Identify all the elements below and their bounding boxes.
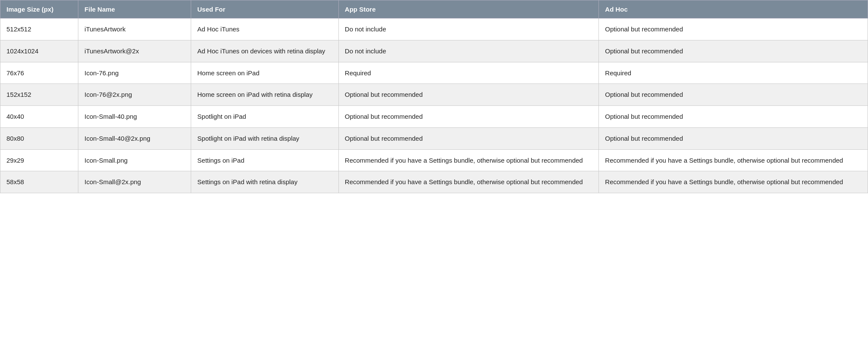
cell-file-name: Icon-Small@2x.png <box>78 171 191 193</box>
header-used-for: Used For <box>191 0 339 19</box>
cell-file-name: Icon-76.png <box>78 62 191 84</box>
cell-file-name: iTunesArtwork@2x <box>78 40 191 62</box>
table-row: 1024x1024iTunesArtwork@2xAd Hoc iTunes o… <box>0 40 868 62</box>
table-row: 152x152Icon-76@2x.pngHome screen on iPad… <box>0 84 868 106</box>
cell-file-name: Icon-Small-40.png <box>78 106 191 128</box>
cell-file-name: Icon-Small-40@2x.png <box>78 127 191 149</box>
cell-used-for: Ad Hoc iTunes <box>191 19 339 40</box>
cell-app-store: Recommended if you have a Settings bundl… <box>338 149 599 171</box>
table-row: 40x40Icon-Small-40.pngSpotlight on iPadO… <box>0 106 868 128</box>
cell-file-name: Icon-Small.png <box>78 149 191 171</box>
cell-image-size: 40x40 <box>0 106 78 128</box>
cell-app-store: Recommended if you have a Settings bundl… <box>338 171 599 193</box>
cell-app-store: Optional but recommended <box>338 106 599 128</box>
cell-ad-hoc: Optional but recommended <box>599 127 868 149</box>
cell-file-name: iTunesArtwork <box>78 19 191 40</box>
cell-ad-hoc: Optional but recommended <box>599 40 868 62</box>
cell-app-store: Do not include <box>338 19 599 40</box>
header-file-name: File Name <box>78 0 191 19</box>
table-row: 76x76Icon-76.pngHome screen on iPadRequi… <box>0 62 868 84</box>
table-row: 58x58Icon-Small@2x.pngSettings on iPad w… <box>0 171 868 193</box>
cell-app-store: Do not include <box>338 40 599 62</box>
header-image-size: Image Size (px) <box>0 0 78 19</box>
cell-ad-hoc: Recommended if you have a Settings bundl… <box>599 149 868 171</box>
cell-used-for: Settings on iPad with retina display <box>191 171 339 193</box>
cell-used-for: Ad Hoc iTunes on devices with retina dis… <box>191 40 339 62</box>
cell-app-store: Optional but recommended <box>338 127 599 149</box>
cell-used-for: Settings on iPad <box>191 149 339 171</box>
table-header-row: Image Size (px) File Name Used For App S… <box>0 0 868 19</box>
cell-app-store: Required <box>338 62 599 84</box>
cell-app-store: Optional but recommended <box>338 84 599 106</box>
cell-used-for: Home screen on iPad <box>191 62 339 84</box>
header-ad-hoc: Ad Hoc <box>599 0 868 19</box>
table-row: 80x80Icon-Small-40@2x.pngSpotlight on iP… <box>0 127 868 149</box>
cell-used-for: Spotlight on iPad <box>191 106 339 128</box>
cell-image-size: 58x58 <box>0 171 78 193</box>
table-row: 29x29Icon-Small.pngSettings on iPadRecom… <box>0 149 868 171</box>
cell-image-size: 80x80 <box>0 127 78 149</box>
cell-ad-hoc: Optional but recommended <box>599 106 868 128</box>
cell-used-for: Home screen on iPad with retina display <box>191 84 339 106</box>
table-row: 512x512iTunesArtworkAd Hoc iTunesDo not … <box>0 19 868 40</box>
cell-file-name: Icon-76@2x.png <box>78 84 191 106</box>
cell-image-size: 1024x1024 <box>0 40 78 62</box>
icon-requirements-table: Image Size (px) File Name Used For App S… <box>0 0 868 193</box>
cell-image-size: 29x29 <box>0 149 78 171</box>
cell-image-size: 512x512 <box>0 19 78 40</box>
cell-image-size: 76x76 <box>0 62 78 84</box>
cell-used-for: Spotlight on iPad with retina display <box>191 127 339 149</box>
cell-ad-hoc: Optional but recommended <box>599 84 868 106</box>
cell-ad-hoc: Optional but recommended <box>599 19 868 40</box>
cell-ad-hoc: Required <box>599 62 868 84</box>
cell-ad-hoc: Recommended if you have a Settings bundl… <box>599 171 868 193</box>
cell-image-size: 152x152 <box>0 84 78 106</box>
header-app-store: App Store <box>338 0 599 19</box>
